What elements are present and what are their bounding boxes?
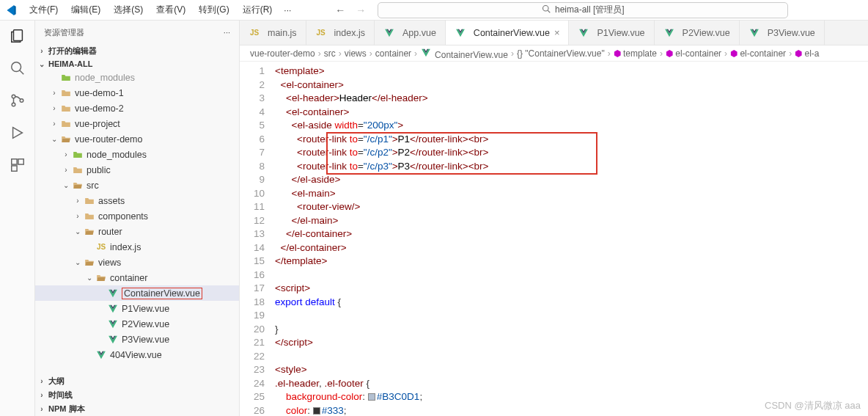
svg-point-3 [11, 62, 21, 72]
tree-row[interactable]: ⌄src [35, 178, 239, 193]
menu-more-icon[interactable]: ··· [279, 3, 295, 18]
tree-row[interactable]: P2View.vue [35, 316, 239, 332]
tree-row[interactable]: ›vue-project [35, 116, 239, 131]
section-root[interactable]: ⌄HEIMA-ALL [35, 58, 239, 70]
tree-row[interactable]: ›assets [35, 193, 239, 208]
sidebar-more-icon[interactable]: ··· [224, 28, 230, 37]
menu-goto[interactable]: 转到(G) [193, 1, 235, 18]
activity-bar [0, 21, 35, 416]
explorer-sidebar: 资源管理器 ··· ›打开的编辑器 ⌄HEIMA-ALL node_module… [35, 21, 240, 416]
watermark: CSDN @清风微凉 aaa [765, 399, 861, 412]
search-icon[interactable] [8, 59, 27, 78]
tree-row[interactable]: ⌄views [35, 255, 239, 270]
tree-row[interactable]: 404View.vue [35, 347, 239, 362]
sidebar-title: 资源管理器 [44, 27, 84, 38]
nav-forward-icon[interactable]: → [356, 4, 366, 16]
code-editor[interactable]: 1234567891011121314151617181920212223242… [240, 62, 868, 416]
menu-view[interactable]: 查看(V) [150, 1, 191, 18]
tree-row[interactable]: ›components [35, 208, 239, 224]
section-outline[interactable]: ›大纲 [35, 374, 239, 388]
menu-run[interactable]: 运行(R) [237, 1, 279, 18]
svg-point-6 [12, 103, 15, 106]
editor-tab[interactable]: ContainerView.vue× [446, 21, 570, 45]
menu-edit[interactable]: 编辑(E) [65, 1, 106, 18]
svg-rect-8 [11, 159, 16, 164]
source-control-icon[interactable] [8, 91, 27, 110]
tree-row[interactable]: ›vue-demo-1 [35, 85, 239, 101]
nav-back-icon[interactable]: ← [335, 4, 345, 16]
extensions-icon[interactable] [8, 156, 27, 175]
svg-point-0 [543, 6, 549, 12]
editor-tab[interactable]: P3View.vue [740, 21, 825, 45]
run-debug-icon[interactable] [8, 123, 27, 142]
svg-point-5 [12, 95, 15, 98]
menu-select[interactable]: 选择(S) [108, 1, 149, 18]
tree-row[interactable]: ⌄vue-router-demo [35, 131, 239, 147]
tree-row[interactable]: P1View.vue [35, 301, 239, 316]
close-icon[interactable]: × [554, 27, 560, 38]
tree-row[interactable]: ›vue-demo-2 [35, 101, 239, 116]
editor-tab[interactable]: JSindex.js [306, 21, 375, 45]
vscode-logo-icon [4, 4, 18, 17]
editor-tab[interactable]: P1View.vue [569, 21, 654, 45]
tree-row[interactable]: ›public [35, 162, 239, 178]
svg-rect-10 [11, 166, 16, 171]
tree-row[interactable]: ⌄router [35, 224, 239, 239]
tree-row[interactable]: ›node_modules [35, 147, 239, 162]
section-timeline[interactable]: ›时间线 [35, 388, 239, 402]
command-center-search[interactable]: heima-all [管理员] [378, 2, 788, 18]
section-open-editors[interactable]: ›打开的编辑器 [35, 44, 239, 58]
svg-rect-2 [13, 30, 22, 41]
line-gutter: 1234567891011121314151617181920212223242… [240, 62, 275, 416]
svg-point-7 [20, 99, 23, 103]
menubar: 文件(F) 编辑(E) 选择(S) 查看(V) 转到(G) 运行(R) ··· … [0, 0, 868, 21]
file-tree: node_modules›vue-demo-1›vue-demo-2›vue-p… [35, 70, 239, 374]
explorer-icon[interactable] [8, 26, 27, 45]
svg-rect-9 [18, 159, 23, 164]
editor-tab[interactable]: P2View.vue [655, 21, 740, 45]
editor-area: JSmain.jsJSindex.jsApp.vueContainerView.… [240, 21, 868, 416]
editor-tabs: JSmain.jsJSindex.jsApp.vueContainerView.… [240, 21, 868, 45]
search-placeholder: heima-all [管理员] [555, 4, 625, 16]
tree-row[interactable]: node_modules [35, 70, 239, 85]
search-icon [542, 4, 551, 15]
code-lines[interactable]: <template> <el-container> <el-header>Hea… [275, 62, 488, 416]
tree-row[interactable]: JSindex.js [35, 239, 239, 255]
svg-line-1 [548, 10, 550, 12]
tree-row[interactable]: P3View.vue [35, 332, 239, 347]
editor-tab[interactable]: App.vue [375, 21, 446, 45]
tree-row[interactable]: ContainerView.vue [35, 285, 239, 301]
section-npm[interactable]: ›NPM 脚本 [35, 402, 239, 416]
svg-line-4 [19, 70, 23, 75]
editor-tab[interactable]: JSmain.js [240, 21, 306, 45]
menu-file[interactable]: 文件(F) [23, 1, 64, 18]
breadcrumb[interactable]: vue-router-demo › src › views › containe… [240, 45, 868, 62]
tree-row[interactable]: ⌄container [35, 270, 239, 285]
